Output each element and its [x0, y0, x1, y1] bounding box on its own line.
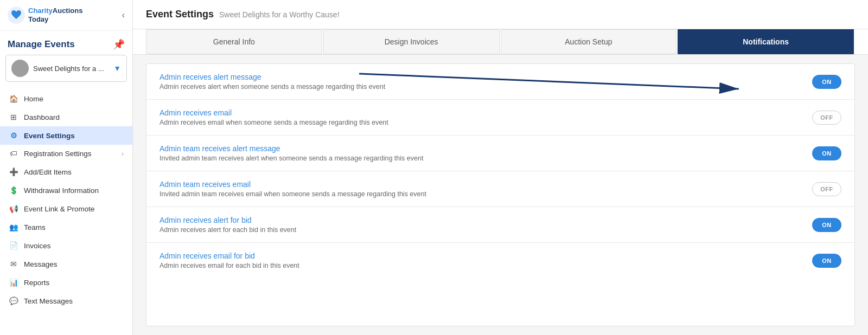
notification-title-admin-email: Admin receives email [159, 108, 812, 117]
sidebar-nav: 🏠 Home ⊞ Dashboard ⚙ Event Settings 🏷 Re… [0, 87, 132, 312]
sidebar-item-registration-settings-label: Registration Settings [24, 150, 92, 158]
pin-icon: 📌 [113, 38, 125, 50]
sidebar-item-dashboard[interactable]: ⊞ Dashboard [0, 108, 132, 126]
notification-desc-admin-email-bid: Admin receives email for each bid in thi… [159, 262, 812, 269]
megaphone-icon: 📢 [9, 204, 18, 213]
toggle-admin-alert-bid[interactable]: ON [812, 218, 841, 232]
notification-info-admin-alert-bid: Admin receives alert for bidAdmin receiv… [159, 216, 812, 234]
sidebar-item-invoices-label: Invoices [24, 242, 51, 250]
notification-title-admin-team-alert-message: Admin team receives alert message [159, 144, 812, 153]
report-icon: 📊 [9, 278, 18, 287]
home-icon: 🏠 [9, 94, 18, 103]
sidebar-item-withdrawal-information[interactable]: 💲 Withdrawal Information [0, 181, 132, 199]
toggle-admin-email[interactable]: OFF [812, 111, 841, 125]
money-icon: 💲 [9, 186, 18, 195]
event-name: Sweet Delights for a ... [33, 65, 109, 73]
sidebar-item-event-link-label: Event Link & Promote [24, 205, 95, 213]
notification-info-admin-email-bid: Admin receives email for bidAdmin receiv… [159, 252, 812, 269]
notification-info-admin-email: Admin receives emailAdmin receives email… [159, 108, 812, 126]
notification-title-admin-email-bid: Admin receives email for bid [159, 252, 812, 260]
event-selector[interactable]: Sweet Delights for a ... ▼ [5, 55, 127, 82]
sidebar-item-reports[interactable]: 📊 Reports [0, 273, 132, 292]
people-icon: 👥 [9, 223, 18, 231]
envelope-icon: ✉ [9, 260, 18, 268]
notification-info-admin-alert-message: Admin receives alert messageAdmin receiv… [159, 73, 812, 91]
notification-title-admin-alert-message: Admin receives alert message [159, 73, 812, 81]
tab-auction-setup[interactable]: Auction Setup [501, 29, 677, 54]
notification-desc-admin-team-email: Invited admin team receives email when s… [159, 190, 812, 198]
notification-row-admin-team-alert-message: Admin team receives alert messageInvited… [146, 136, 854, 171]
notifications-list: Admin receives alert messageAdmin receiv… [146, 64, 854, 278]
sidebar-collapse-button[interactable]: ‹ [122, 10, 125, 20]
app-name: CharityAuctionsToday [28, 7, 82, 23]
toggle-admin-team-email[interactable]: OFF [812, 182, 841, 196]
notification-title-admin-team-email: Admin team receives email [159, 180, 812, 189]
app-logo-icon [8, 7, 25, 24]
sidebar-item-home-label: Home [24, 95, 43, 103]
notification-row-admin-email-bid: Admin receives email for bidAdmin receiv… [146, 243, 854, 278]
sidebar-item-add-edit-items[interactable]: ➕ Add/Edit Items [0, 163, 132, 181]
page-title: Event Settings [146, 9, 214, 20]
sidebar-item-text-messages[interactable]: 💬 Text Messages [0, 292, 132, 310]
notification-info-admin-team-email: Admin team receives emailInvited admin t… [159, 180, 812, 198]
sidebar-item-reports-label: Reports [24, 279, 49, 287]
tab-general-info[interactable]: General Info [146, 29, 322, 54]
sidebar-logo: CharityAuctionsToday ‹ [0, 0, 132, 31]
logo-content: CharityAuctionsToday [8, 7, 82, 24]
notification-desc-admin-team-alert-message: Invited admin team receives alert when s… [159, 154, 812, 162]
sidebar-item-withdrawal-label: Withdrawal Information [24, 186, 99, 195]
notification-info-admin-team-alert-message: Admin team receives alert messageInvited… [159, 144, 812, 162]
sidebar: CharityAuctionsToday ‹ Manage Events 📌 S… [0, 0, 133, 335]
notification-row-admin-alert-message: Admin receives alert messageAdmin receiv… [146, 64, 854, 100]
chat-icon: 💬 [9, 297, 18, 305]
sidebar-item-dashboard-label: Dashboard [24, 113, 60, 121]
sidebar-item-add-edit-items-label: Add/Edit Items [24, 168, 72, 176]
toggle-admin-email-bid[interactable]: ON [812, 254, 841, 268]
sidebar-item-messages-label: Messages [24, 260, 58, 268]
page-subtitle: Sweet Delights for a Worthy Cause! [219, 10, 340, 19]
event-avatar [11, 60, 29, 77]
notification-desc-admin-email: Admin receives email when someone sends … [159, 119, 812, 126]
dashboard-icon: ⊞ [9, 113, 18, 121]
page-header: Event Settings Sweet Delights for a Wort… [133, 0, 868, 29]
notifications-content: Admin receives alert messageAdmin receiv… [146, 63, 855, 326]
manage-events-header: Manage Events 📌 [0, 31, 132, 55]
sidebar-item-event-link-promote[interactable]: 📢 Event Link & Promote [0, 199, 132, 218]
notification-desc-admin-alert-bid: Admin receives alert for each bid in thi… [159, 226, 812, 234]
notification-title-admin-alert-bid: Admin receives alert for bid [159, 216, 812, 224]
gear-icon: ⚙ [9, 131, 18, 140]
file-icon: 📄 [9, 241, 18, 250]
tab-notifications[interactable]: Notifications [678, 29, 854, 54]
sidebar-item-registration-settings[interactable]: 🏷 Registration Settings › [0, 145, 132, 163]
sidebar-item-event-settings-label: Event Settings [24, 132, 75, 140]
sidebar-item-teams-label: Teams [24, 223, 46, 231]
sidebar-item-text-messages-label: Text Messages [24, 297, 73, 305]
manage-events-title: Manage Events [8, 39, 75, 50]
notification-row-admin-team-email: Admin team receives emailInvited admin t… [146, 171, 854, 207]
event-chevron-icon: ▼ [113, 64, 121, 73]
sidebar-item-messages[interactable]: ✉ Messages [0, 255, 132, 273]
tabs: General Info Design Invoices Auction Set… [146, 29, 855, 54]
toggle-admin-team-alert-message[interactable]: ON [812, 146, 841, 160]
notification-row-admin-email: Admin receives emailAdmin receives email… [146, 100, 854, 136]
tabs-container: General Info Design Invoices Auction Set… [133, 29, 868, 55]
tag-icon: 🏷 [9, 150, 18, 158]
tab-design-invoices[interactable]: Design Invoices [323, 29, 500, 54]
sidebar-item-home[interactable]: 🏠 Home [0, 89, 132, 108]
toggle-admin-alert-message[interactable]: ON [812, 75, 841, 89]
plus-box-icon: ➕ [9, 168, 18, 176]
chevron-right-icon: › [122, 150, 124, 158]
sidebar-item-invoices[interactable]: 📄 Invoices [0, 236, 132, 255]
notification-row-admin-alert-bid: Admin receives alert for bidAdmin receiv… [146, 207, 854, 243]
sidebar-item-event-settings[interactable]: ⚙ Event Settings [0, 126, 132, 145]
sidebar-item-teams[interactable]: 👥 Teams [0, 218, 132, 236]
main-content: Event Settings Sweet Delights for a Wort… [133, 0, 868, 335]
notification-desc-admin-alert-message: Admin receives alert when someone sends … [159, 83, 812, 91]
